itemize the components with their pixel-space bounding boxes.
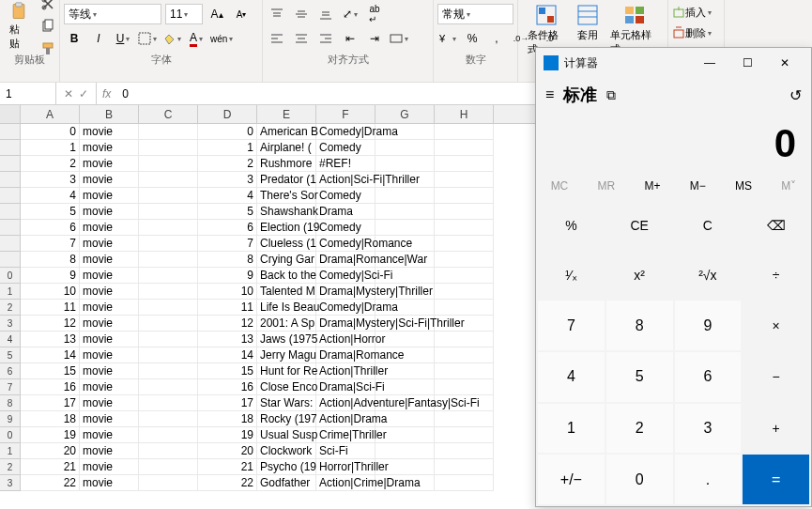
calc-key-x²[interactable]: x²: [606, 252, 673, 300]
cell[interactable]: [435, 332, 494, 347]
cell[interactable]: 8: [21, 252, 80, 268]
row-header[interactable]: 4: [0, 332, 21, 347]
cell[interactable]: Horror|Thriller: [316, 459, 375, 475]
cell[interactable]: [139, 124, 198, 140]
cell[interactable]: 14: [198, 347, 257, 363]
cell[interactable]: Back to the: [257, 268, 316, 284]
cell[interactable]: [435, 379, 494, 395]
cell[interactable]: movie: [80, 459, 139, 475]
cell[interactable]: [435, 140, 494, 156]
calc-key-C[interactable]: C: [675, 202, 742, 250]
column-header[interactable]: C: [139, 105, 198, 123]
cell[interactable]: Action|Drama: [316, 411, 375, 427]
cell[interactable]: [435, 284, 494, 300]
cell[interactable]: 21: [198, 459, 257, 475]
cell[interactable]: 3: [198, 172, 257, 188]
calc-key-CE[interactable]: CE: [606, 202, 673, 250]
cell[interactable]: [375, 140, 435, 156]
row-header[interactable]: 9: [0, 411, 21, 427]
underline-button[interactable]: U: [113, 28, 133, 49]
cell[interactable]: 3: [21, 172, 80, 188]
cell[interactable]: 18: [21, 411, 80, 427]
align-right-button[interactable]: [315, 28, 336, 49]
select-all-corner[interactable]: [0, 105, 21, 123]
fx-button[interactable]: fx: [97, 87, 116, 100]
row-header[interactable]: [0, 252, 21, 268]
cell[interactable]: movie: [80, 300, 139, 316]
row-header[interactable]: 3: [0, 316, 21, 332]
cell[interactable]: Action|Thriller: [316, 363, 375, 379]
cell[interactable]: movie: [80, 236, 139, 252]
cell[interactable]: Jaws (1975: [257, 332, 316, 347]
cell[interactable]: 4: [198, 188, 257, 204]
cell[interactable]: [139, 140, 198, 156]
row-header[interactable]: [0, 220, 21, 236]
cell[interactable]: 6: [21, 220, 80, 236]
cell[interactable]: movie: [80, 332, 139, 347]
hamburger-icon[interactable]: ≡: [545, 86, 554, 103]
calc-key-+[interactable]: +: [743, 404, 809, 454]
cell[interactable]: [139, 252, 198, 268]
cell[interactable]: movie: [80, 156, 139, 172]
cell[interactable]: 16: [21, 379, 80, 395]
cell[interactable]: [435, 188, 494, 204]
cell[interactable]: Election (19: [257, 220, 316, 236]
cell[interactable]: 2001: A Sp: [257, 316, 316, 332]
cell[interactable]: 17: [21, 395, 80, 411]
cell[interactable]: [435, 475, 494, 491]
cell[interactable]: 22: [21, 475, 80, 491]
cell[interactable]: Comedy|Sci-Fi: [316, 268, 375, 284]
cancel-formula-button[interactable]: ✕: [64, 87, 73, 100]
cell[interactable]: 1: [198, 140, 257, 156]
row-header[interactable]: [0, 172, 21, 188]
cell[interactable]: [375, 188, 435, 204]
cell[interactable]: [139, 379, 198, 395]
cell[interactable]: [435, 411, 494, 427]
cell[interactable]: Sci-Fi: [316, 443, 375, 459]
cell[interactable]: 5: [21, 204, 80, 220]
cell[interactable]: [139, 411, 198, 427]
row-header[interactable]: 8: [0, 395, 21, 411]
increase-font-button[interactable]: A▴: [207, 4, 227, 24]
cell[interactable]: Close Enco: [257, 379, 316, 395]
align-bottom-button[interactable]: [315, 4, 336, 24]
cell[interactable]: Comedy|Drama: [316, 124, 375, 140]
column-header[interactable]: H: [435, 105, 494, 123]
cell[interactable]: movie: [80, 172, 139, 188]
cell[interactable]: [139, 347, 198, 363]
cell[interactable]: Crime|Thriller: [316, 427, 375, 443]
cell[interactable]: [435, 236, 494, 252]
insert-cells-button[interactable]: 插入: [672, 2, 712, 23]
row-header[interactable]: 1: [0, 284, 21, 300]
calc-key-⌫[interactable]: ⌫: [743, 202, 809, 250]
keep-on-top-icon[interactable]: ⧉: [606, 87, 616, 103]
cell[interactable]: 18: [198, 411, 257, 427]
comma-button[interactable]: ,: [486, 28, 507, 49]
cell[interactable]: 21: [21, 459, 80, 475]
cell[interactable]: [139, 363, 198, 379]
cell[interactable]: 8: [198, 252, 257, 268]
cell[interactable]: Comedy|Drama: [316, 300, 375, 316]
cell[interactable]: [139, 300, 198, 316]
row-header[interactable]: 2: [0, 300, 21, 316]
decrease-indent-button[interactable]: ⇤: [340, 28, 360, 49]
cell[interactable]: Talented M: [257, 284, 316, 300]
number-format-select[interactable]: 常规: [437, 4, 513, 24]
bold-button[interactable]: B: [64, 28, 84, 49]
cell[interactable]: [435, 363, 494, 379]
font-size-select[interactable]: 11: [165, 4, 203, 24]
cell[interactable]: 11: [198, 300, 257, 316]
row-header[interactable]: 7: [0, 379, 21, 395]
memory-m−[interactable]: M−: [682, 176, 713, 196]
cell[interactable]: Action|Adventure|Fantasy|Sci-Fi: [316, 395, 375, 411]
cell[interactable]: [139, 332, 198, 347]
cell[interactable]: 14: [21, 347, 80, 363]
decrease-font-button[interactable]: A▾: [231, 4, 252, 24]
cell[interactable]: 7: [198, 236, 257, 252]
cell[interactable]: movie: [80, 427, 139, 443]
row-header[interactable]: 0: [0, 268, 21, 284]
cell[interactable]: 19: [21, 427, 80, 443]
cell[interactable]: Action|Horror: [316, 332, 375, 347]
cell[interactable]: 17: [198, 395, 257, 411]
calc-key-8[interactable]: 8: [606, 301, 673, 350]
